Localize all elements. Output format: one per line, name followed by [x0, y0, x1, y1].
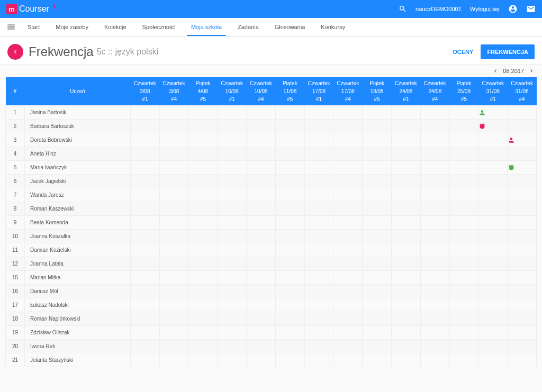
attendance-cell[interactable] — [304, 257, 333, 271]
attendance-cell[interactable] — [363, 120, 392, 133]
attendance-cell[interactable] — [275, 202, 304, 216]
attendance-cell[interactable] — [449, 312, 478, 326]
attendance-cell[interactable] — [159, 202, 188, 216]
attendance-cell[interactable] — [304, 133, 333, 147]
attendance-cell[interactable] — [275, 243, 304, 257]
attendance-cell[interactable] — [159, 340, 188, 353]
attendance-cell[interactable] — [508, 326, 537, 340]
attendance-cell[interactable] — [188, 353, 218, 367]
attendance-cell[interactable] — [392, 106, 421, 120]
attendance-cell[interactable] — [333, 202, 363, 216]
attendance-cell[interactable] — [363, 106, 392, 120]
attendance-cell[interactable] — [333, 188, 363, 202]
attendance-cell[interactable] — [188, 216, 218, 230]
attendance-cell[interactable] — [333, 326, 363, 340]
attendance-cell[interactable] — [478, 326, 508, 340]
attendance-cell[interactable] — [275, 175, 304, 188]
attendance-cell[interactable] — [159, 216, 188, 230]
attendance-cell[interactable] — [131, 161, 160, 175]
frekwencja-button[interactable]: FREKWENCJA — [481, 44, 535, 59]
attendance-cell[interactable] — [131, 216, 160, 230]
attendance-cell[interactable] — [363, 285, 392, 298]
attendance-cell[interactable] — [363, 216, 392, 230]
attendance-cell[interactable] — [478, 202, 508, 216]
attendance-cell[interactable] — [131, 175, 160, 188]
attendance-cell[interactable] — [508, 285, 537, 298]
next-month-icon[interactable] — [528, 68, 535, 74]
attendance-cell[interactable] — [363, 147, 392, 161]
attendance-cell[interactable] — [478, 161, 508, 175]
attendance-cell[interactable] — [449, 147, 478, 161]
attendance-cell[interactable] — [304, 147, 333, 161]
attendance-cell[interactable] — [188, 106, 218, 120]
attendance-cell[interactable] — [333, 120, 363, 133]
attendance-cell[interactable] — [275, 353, 304, 367]
attendance-cell[interactable] — [218, 243, 247, 257]
attendance-cell[interactable] — [478, 298, 508, 312]
attendance-cell[interactable] — [218, 340, 247, 353]
attendance-cell[interactable] — [247, 161, 276, 175]
attendance-cell[interactable] — [188, 326, 218, 340]
nav-tab-kolekcje[interactable]: Kolekcje — [104, 18, 127, 36]
attendance-cell[interactable] — [275, 312, 304, 326]
attendance-cell[interactable] — [363, 312, 392, 326]
attendance-cell[interactable] — [188, 175, 218, 188]
attendance-cell[interactable] — [392, 175, 421, 188]
attendance-cell[interactable] — [218, 175, 247, 188]
attendance-cell[interactable] — [247, 216, 276, 230]
nav-tab-głosowania[interactable]: Głosowania — [275, 18, 305, 36]
attendance-cell[interactable] — [218, 230, 247, 243]
attendance-cell[interactable] — [392, 216, 421, 230]
attendance-cell[interactable] — [131, 243, 160, 257]
attendance-cell[interactable] — [333, 175, 363, 188]
attendance-cell[interactable] — [275, 147, 304, 161]
attendance-cell[interactable] — [363, 271, 392, 285]
attendance-cell[interactable] — [392, 271, 421, 285]
attendance-cell[interactable] — [420, 133, 449, 147]
attendance-cell[interactable] — [478, 257, 508, 271]
attendance-cell[interactable] — [333, 133, 363, 147]
attendance-cell[interactable] — [304, 312, 333, 326]
attendance-cell[interactable] — [478, 271, 508, 285]
attendance-cell[interactable] — [508, 106, 537, 120]
attendance-cell[interactable] — [449, 120, 478, 133]
attendance-cell[interactable] — [131, 340, 160, 353]
attendance-cell[interactable] — [304, 106, 333, 120]
attendance-cell[interactable] — [159, 230, 188, 243]
attendance-cell[interactable] — [363, 326, 392, 340]
attendance-cell[interactable] — [420, 340, 449, 353]
attendance-cell[interactable] — [478, 312, 508, 326]
attendance-cell[interactable] — [478, 120, 508, 133]
attendance-cell[interactable] — [508, 312, 537, 326]
attendance-cell[interactable] — [218, 106, 247, 120]
attendance-cell[interactable] — [159, 257, 188, 271]
attendance-cell[interactable] — [304, 216, 333, 230]
attendance-cell[interactable] — [188, 120, 218, 133]
attendance-cell[interactable] — [363, 133, 392, 147]
attendance-cell[interactable] — [304, 353, 333, 367]
attendance-cell[interactable] — [275, 188, 304, 202]
attendance-cell[interactable] — [218, 161, 247, 175]
attendance-cell[interactable] — [304, 298, 333, 312]
attendance-cell[interactable] — [333, 243, 363, 257]
attendance-cell[interactable] — [449, 353, 478, 367]
attendance-cell[interactable] — [247, 298, 276, 312]
attendance-cell[interactable] — [333, 271, 363, 285]
attendance-cell[interactable] — [420, 271, 449, 285]
attendance-cell[interactable] — [218, 147, 247, 161]
attendance-cell[interactable] — [188, 271, 218, 285]
attendance-cell[interactable] — [247, 243, 276, 257]
attendance-cell[interactable] — [449, 326, 478, 340]
attendance-cell[interactable] — [188, 188, 218, 202]
attendance-cell[interactable] — [131, 353, 160, 367]
attendance-cell[interactable] — [159, 298, 188, 312]
attendance-cell[interactable] — [159, 353, 188, 367]
attendance-cell[interactable] — [188, 133, 218, 147]
attendance-cell[interactable] — [508, 271, 537, 285]
attendance-cell[interactable] — [363, 161, 392, 175]
attendance-cell[interactable] — [131, 106, 160, 120]
attendance-cell[interactable] — [508, 133, 537, 147]
attendance-cell[interactable] — [275, 133, 304, 147]
attendance-cell[interactable] — [449, 243, 478, 257]
attendance-cell[interactable] — [333, 161, 363, 175]
